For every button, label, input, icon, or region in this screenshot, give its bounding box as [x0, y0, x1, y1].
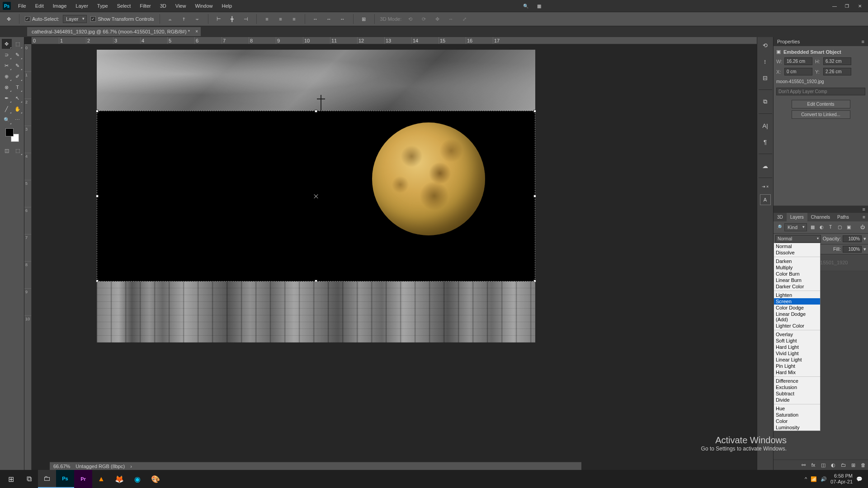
fill-input[interactable]: 100%	[843, 246, 862, 253]
blend-option[interactable]: Linear Light	[774, 357, 820, 363]
zoom-level[interactable]: 66.67%	[53, 464, 70, 469]
filter-shape-icon[interactable]: ▢	[836, 224, 843, 231]
quickmask-tool[interactable]: ◫	[2, 145, 12, 155]
search-icon[interactable]: 🔎	[775, 224, 783, 231]
blend-option[interactable]: Color Dodge	[774, 305, 820, 311]
auto-select-target[interactable]: Layer	[63, 15, 87, 23]
filter-type-icon[interactable]: T	[827, 224, 834, 231]
width-input[interactable]: 16.26 cm	[784, 57, 812, 65]
blend-option[interactable]: Darken	[774, 258, 820, 264]
transform-handle[interactable]	[533, 195, 536, 197]
tray-volume-icon[interactable]: 🔊	[821, 476, 827, 482]
blend-option[interactable]: Linear Burn	[774, 277, 820, 283]
stamp-tool[interactable]: ⊗	[2, 82, 12, 92]
blend-option[interactable]: Divide	[774, 397, 820, 403]
auto-select-checkbox[interactable]: ✓Auto-Select:	[25, 16, 59, 22]
paint-icon[interactable]: 🎨	[146, 470, 165, 488]
document-tab[interactable]: cathedral-3464891_1920.jpg @ 66.7% (moon…	[27, 27, 201, 36]
brush-tool[interactable]: ✐	[13, 71, 23, 81]
blend-mode-dropdown[interactable]: Normal Dissolve Darken Multiply Color Bu…	[774, 243, 821, 431]
blend-option[interactable]: Saturation	[774, 412, 820, 418]
blend-option[interactable]: Difference	[774, 378, 820, 384]
menu-filter[interactable]: Filter	[136, 1, 154, 10]
task-view-icon[interactable]: ⧉	[20, 470, 38, 488]
distribute-icon[interactable]: ≡	[262, 14, 272, 24]
transform-handle[interactable]	[96, 195, 99, 197]
opacity-input[interactable]: 100%	[843, 235, 862, 242]
doc-info[interactable]: Untagged RGB (8bpc)	[75, 464, 125, 469]
system-clock[interactable]: 6:58 PM 07-Apr-21	[830, 473, 853, 485]
menu-image[interactable]: Image	[49, 1, 71, 10]
brushes-panel-icon[interactable]: ⫶	[760, 56, 771, 67]
minimize-button[interactable]: —	[829, 2, 840, 10]
screenmode-tool[interactable]: ⬚	[13, 145, 23, 155]
move-tool[interactable]: ✥	[2, 39, 12, 49]
blend-option[interactable]: Dissolve	[774, 249, 820, 256]
distribute-h-icon[interactable]: ↔	[338, 14, 348, 24]
tray-network-icon[interactable]: 📶	[811, 476, 817, 482]
tab-paths[interactable]: Paths	[834, 213, 853, 221]
line-tool[interactable]: ╱	[2, 104, 12, 114]
blend-option[interactable]: Soft Light	[774, 338, 820, 344]
more-tools[interactable]: ⋯	[13, 115, 23, 125]
distribute-h-icon[interactable]: ↔	[324, 14, 334, 24]
edge-icon[interactable]: ◉	[128, 470, 146, 488]
path-select-tool[interactable]: ↖	[13, 93, 23, 103]
foreground-color[interactable]	[5, 128, 14, 136]
chevron-right-icon[interactable]: ›	[130, 464, 132, 469]
tab-3d[interactable]: 3D	[774, 213, 787, 221]
blend-option[interactable]: Color	[774, 418, 820, 424]
firefox-icon[interactable]: 🦊	[110, 470, 128, 488]
layer-mask-icon[interactable]: ◫	[820, 462, 826, 468]
healing-tool[interactable]: ⊕	[2, 71, 12, 81]
close-tab-icon[interactable]: ×	[195, 29, 198, 34]
artboard-tool[interactable]: ⬚	[13, 39, 23, 49]
panel-divider[interactable]: ≡	[774, 206, 868, 213]
menu-file[interactable]: File	[14, 1, 30, 10]
edit-contents-button[interactable]: Edit Contents	[792, 100, 850, 108]
blend-option[interactable]: Color Burn	[774, 271, 820, 277]
distribute-icon[interactable]: ≡	[276, 14, 286, 24]
paragraph-panel-icon[interactable]: ¶	[760, 136, 771, 147]
align-bottom-icon[interactable]: ⫟	[193, 14, 203, 24]
menu-type[interactable]: Type	[94, 1, 112, 10]
collapse-icon[interactable]: ⇥ ×	[762, 184, 769, 189]
distribute-h-icon[interactable]: ↔	[311, 14, 321, 24]
photoshop-taskbar-icon[interactable]: Ps	[56, 470, 74, 488]
x-input[interactable]: 0 cm	[784, 68, 812, 75]
blend-option[interactable]: Hard Mix	[774, 369, 820, 375]
transform-handle[interactable]	[533, 110, 536, 113]
delete-layer-icon[interactable]: 🗑	[860, 462, 866, 468]
selected-layer-bounds[interactable]	[97, 111, 535, 282]
link-layers-icon[interactable]: ⚯	[800, 462, 807, 468]
blend-option[interactable]: Luminosity	[774, 424, 820, 431]
workspace-icon[interactable]: ▦	[534, 2, 545, 10]
character-panel-icon[interactable]: A|	[760, 120, 771, 131]
menu-window[interactable]: Window	[191, 1, 216, 10]
tab-channels[interactable]: Channels	[807, 213, 834, 221]
blend-option[interactable]: Pin Light	[774, 363, 820, 369]
transform-handle[interactable]	[315, 110, 317, 113]
transform-handle[interactable]	[96, 110, 99, 113]
blend-option[interactable]: Lighten	[774, 292, 820, 298]
show-transform-checkbox[interactable]: ✓Show Transform Controls	[90, 16, 154, 22]
quick-select-tool[interactable]: ✎	[13, 50, 23, 60]
tab-layers[interactable]: Layers	[787, 213, 807, 221]
document-canvas[interactable]	[97, 50, 535, 343]
tray-chevron-icon[interactable]: ^	[805, 476, 807, 482]
filter-smart-icon[interactable]: ▣	[845, 224, 852, 231]
menu-help[interactable]: Help	[218, 1, 236, 10]
new-layer-icon[interactable]: ⊞	[850, 462, 856, 468]
history-panel-icon[interactable]: ⟲	[760, 40, 771, 51]
type-tool[interactable]: T	[13, 82, 23, 92]
blend-option[interactable]: Darker Color	[774, 283, 820, 290]
blend-option[interactable]: Vivid Light	[774, 350, 820, 357]
layer-comp-select[interactable]: Don't Apply Layer Comp	[776, 88, 865, 95]
transform-center[interactable]	[313, 193, 319, 199]
clone-panel-icon[interactable]: ⧉	[760, 96, 771, 107]
group-icon[interactable]: 🗀	[840, 462, 846, 468]
blend-option-highlighted[interactable]: Screen	[774, 298, 820, 305]
blend-option[interactable]: Lighter Color	[774, 323, 820, 329]
y-input[interactable]: 2.26 cm	[823, 68, 851, 75]
blend-option[interactable]: Subtract	[774, 390, 820, 397]
